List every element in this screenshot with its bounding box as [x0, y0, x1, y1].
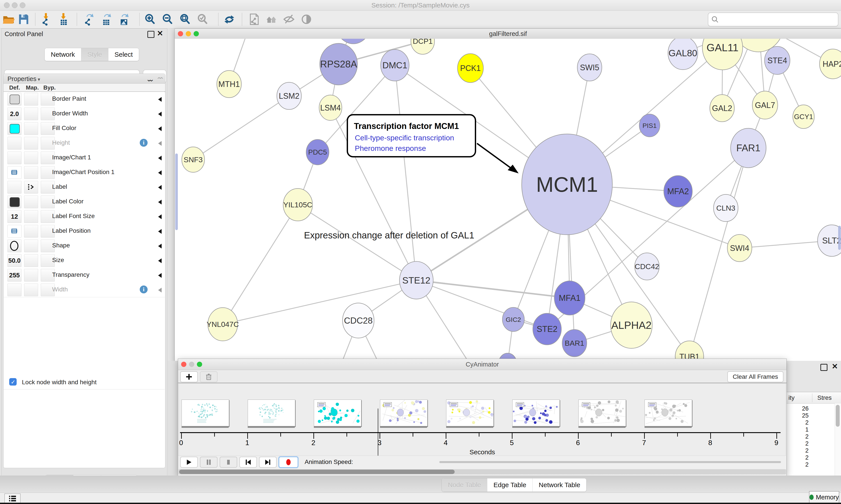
close-traffic-light[interactable]: [4, 2, 10, 8]
table-cell-value[interactable]: 2: [792, 447, 809, 454]
color-swatch[interactable]: [10, 94, 20, 104]
node-YIL105C[interactable]: YIL105C: [283, 188, 312, 221]
expand-row-icon[interactable]: [158, 170, 162, 175]
property-cell[interactable]: [7, 181, 21, 194]
minimize-traffic-light[interactable]: [12, 2, 18, 8]
zoom-out-icon[interactable]: [160, 13, 175, 26]
hide-graphics-icon[interactable]: [282, 13, 296, 26]
node-FAR1[interactable]: FAR1: [731, 128, 766, 168]
vertical-scrollbar[interactable]: [175, 154, 178, 230]
property-cell[interactable]: [7, 122, 21, 135]
table-cell-value[interactable]: 2: [792, 461, 809, 468]
property-cell[interactable]: [24, 181, 38, 194]
table-header-row[interactable]: ity Stres: [787, 392, 841, 404]
info-icon[interactable]: i: [140, 286, 148, 293]
node-ALPHA2[interactable]: ALPHA2: [611, 302, 652, 348]
node-BAR1[interactable]: BAR1: [562, 329, 587, 357]
node-SWI4[interactable]: SWI4: [727, 234, 752, 262]
expand-row-icon[interactable]: [158, 244, 162, 249]
minimize-traffic-light[interactable]: [189, 362, 194, 367]
node-SNF3[interactable]: SNF3: [182, 147, 204, 172]
frame-thumbnail-4[interactable]: [446, 399, 494, 426]
zoom-in-icon[interactable]: [143, 13, 157, 26]
timeline[interactable]: 0123456789 Seconds: [179, 383, 786, 456]
node-MTH1[interactable]: MTH1: [217, 71, 241, 98]
minimize-traffic-light[interactable]: [186, 31, 191, 36]
close-traffic-light[interactable]: [178, 31, 183, 36]
node-PDC5[interactable]: PDC5: [306, 140, 329, 165]
maximize-traffic-light[interactable]: [197, 362, 202, 367]
network-window-titlebar[interactable]: galFiltered.sif: [175, 29, 841, 39]
property-cell[interactable]: [24, 239, 38, 252]
color-swatch[interactable]: [10, 124, 20, 133]
color-swatch[interactable]: [10, 197, 20, 207]
property-cell[interactable]: [24, 93, 38, 106]
zoom-fit-icon[interactable]: [178, 13, 192, 26]
properties-header[interactable]: Properties ⌄⌄ ⌃⌃: [3, 74, 165, 84]
property-row-image-chart-position-1[interactable]: Image/Chart Position 1: [3, 165, 165, 180]
info-icon[interactable]: i: [140, 139, 148, 147]
expand-row-icon[interactable]: [158, 126, 162, 131]
property-cell[interactable]: 255: [7, 269, 21, 282]
expand-all-icon[interactable]: ⌄⌄: [146, 76, 151, 83]
expand-row-icon[interactable]: [158, 258, 162, 263]
skip-to-start-button[interactable]: [239, 457, 257, 468]
property-row-label[interactable]: Label: [3, 180, 165, 195]
property-cell[interactable]: [24, 151, 38, 164]
node-LSM4[interactable]: LSM4: [319, 95, 342, 121]
frame-thumbnail-1[interactable]: [248, 399, 295, 426]
table-cell-value[interactable]: 1: [792, 426, 809, 433]
expand-row-icon[interactable]: [158, 200, 162, 204]
play-button[interactable]: [180, 457, 198, 468]
property-cell[interactable]: [7, 225, 21, 237]
property-cell[interactable]: 12: [7, 210, 21, 223]
table-cell-value[interactable]: 2: [792, 454, 809, 461]
float-panel-icon[interactable]: [147, 31, 155, 38]
close-panel-icon[interactable]: ✕: [832, 363, 838, 369]
property-row-size[interactable]: 50.0Size: [3, 253, 165, 268]
property-cell[interactable]: [24, 254, 38, 267]
search-box[interactable]: [708, 13, 838, 26]
column-divider[interactable]: [812, 393, 812, 402]
expand-row-icon[interactable]: [158, 229, 162, 234]
node-STE2[interactable]: STE2: [533, 313, 561, 345]
node-LSM2[interactable]: LSM2: [277, 82, 301, 109]
node-PCK1[interactable]: PCK1: [458, 54, 483, 83]
column-header[interactable]: Stres: [817, 394, 831, 401]
property-cell[interactable]: [24, 108, 38, 120]
record-button[interactable]: [279, 457, 298, 468]
import-network-icon[interactable]: [39, 13, 53, 26]
skip-to-end-button[interactable]: [259, 457, 276, 468]
property-cell[interactable]: [24, 122, 38, 135]
frame-thumbnail-6[interactable]: [578, 399, 626, 426]
expand-row-icon[interactable]: [158, 273, 162, 278]
node-CLN3[interactable]: CLN3: [714, 194, 738, 221]
stop-button[interactable]: [220, 457, 237, 468]
table-cell-value[interactable]: 2: [792, 440, 809, 447]
property-cell[interactable]: [24, 284, 38, 296]
refresh-icon[interactable]: [222, 13, 236, 26]
table-cell-value[interactable]: 2: [792, 419, 809, 426]
node-GIC2[interactable]: GIC2: [502, 307, 524, 331]
property-row-label-position[interactable]: Label Position: [3, 224, 165, 239]
tab-select[interactable]: Select: [108, 48, 139, 61]
node-MFA1[interactable]: MFA1: [554, 281, 585, 315]
property-cell[interactable]: [7, 284, 21, 296]
node-GCY1[interactable]: GCY1: [793, 105, 814, 128]
property-cell[interactable]: [24, 210, 38, 223]
tab-edge-table[interactable]: Edge Table: [487, 479, 532, 491]
property-row-height[interactable]: Heighti: [3, 136, 165, 151]
property-cell[interactable]: 50.0: [7, 254, 21, 267]
close-traffic-light[interactable]: [181, 362, 186, 367]
property-row-width[interactable]: Widthi: [3, 283, 165, 297]
maximize-traffic-light[interactable]: [20, 2, 25, 8]
expand-row-icon[interactable]: [158, 185, 162, 190]
playhead[interactable]: [378, 409, 378, 456]
property-cell[interactable]: [24, 225, 38, 237]
property-cell[interactable]: 2.0: [7, 108, 21, 120]
table-cell-value[interactable]: 26: [792, 405, 809, 412]
frame-thumbnail-3[interactable]: [380, 399, 428, 426]
node-MCM1[interactable]: MCM1: [522, 134, 612, 235]
table-cell-value[interactable]: 25: [792, 412, 809, 419]
export-image-icon[interactable]: [117, 13, 131, 26]
